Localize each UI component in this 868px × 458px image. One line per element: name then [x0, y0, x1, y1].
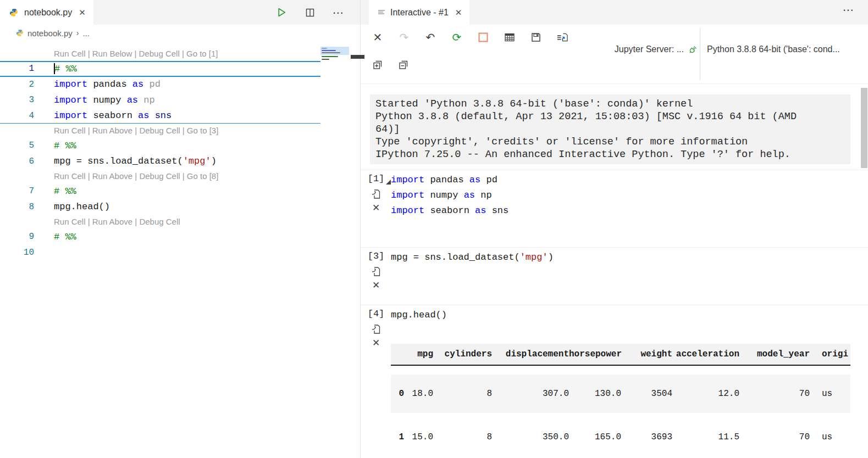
- interactive-cell: [1]✕import pandas as pdimport numpy as n…: [361, 170, 868, 242]
- line-number: 2: [0, 80, 34, 90]
- codelens-actions[interactable]: Run Cell | Run Above | Debug Cell: [0, 215, 320, 229]
- goto-code-icon[interactable]: [370, 188, 382, 200]
- interactive-cell: [3]✕mpg = sns.load_dataset('mpg'): [361, 248, 868, 299]
- execution-count: [4]: [368, 309, 385, 319]
- line-number: 9: [0, 232, 34, 242]
- cell-gutter: [4]✕: [362, 309, 390, 348]
- tab-label: notebook.py: [24, 8, 72, 18]
- interactive-window: Interactive - #1 ✕ ⋯ ✕↷↶⟳ Jupyter Server…: [361, 0, 868, 458]
- variable-explorer-icon[interactable]: [504, 31, 516, 43]
- interactive-window-icon: [377, 7, 386, 19]
- expand-cell-icon[interactable]: [386, 180, 391, 185]
- breadcrumb-file[interactable]: notebook.py: [27, 29, 73, 38]
- delete-cell-icon[interactable]: ✕: [372, 204, 380, 213]
- tab-interactive-1[interactable]: Interactive - #1 ✕: [369, 0, 469, 25]
- code-line[interactable]: 10: [0, 245, 320, 261]
- run-icon[interactable]: [275, 7, 288, 19]
- code-token: as: [127, 95, 138, 105]
- code-line[interactable]: 3import numpy as np: [0, 92, 320, 108]
- goto-code-icon[interactable]: [370, 323, 382, 335]
- code-line[interactable]: 6mpg = sns.load_dataset('mpg'): [0, 154, 320, 170]
- code-line[interactable]: 4import seaborn as sns: [0, 108, 320, 124]
- table-cell: 70: [739, 432, 810, 442]
- divider: [700, 28, 700, 80]
- table-cell: 307.0: [492, 389, 569, 399]
- split-editor-icon[interactable]: [304, 7, 316, 19]
- code-token: mpg.head(): [391, 310, 447, 320]
- line-number: 8: [0, 202, 34, 212]
- cell-code: mpg = sns.load_dataset('mpg'): [391, 250, 868, 265]
- line-number: 4: [0, 111, 34, 121]
- clear-icon[interactable]: ✕: [372, 31, 384, 43]
- table-header-cell: acceleration: [672, 349, 739, 359]
- close-icon[interactable]: ✕: [455, 8, 462, 18]
- delete-cell-icon[interactable]: ✕: [372, 339, 380, 348]
- table-cell: 1: [391, 432, 404, 442]
- more-actions-icon[interactable]: ⋯: [843, 7, 855, 13]
- codelens-actions[interactable]: Run Cell | Run Below | Debug Cell | Go t…: [0, 47, 320, 61]
- line-number: 5: [0, 141, 34, 150]
- python-icon: [15, 29, 24, 37]
- code-editor[interactable]: Run Cell | Run Below | Debug Cell | Go t…: [0, 47, 320, 260]
- codelens-actions[interactable]: Run Cell | Run Above | Debug Cell | Go t…: [0, 169, 320, 183]
- code-line[interactable]: 8mpg.head(): [0, 199, 320, 215]
- code-line[interactable]: 7# %%: [0, 183, 320, 199]
- code-token: 'mpg': [183, 156, 211, 166]
- table-cell: us: [810, 432, 848, 442]
- code-token: pd: [143, 79, 161, 90]
- scrollbar-thumb[interactable]: [861, 88, 867, 168]
- save-icon[interactable]: [530, 31, 542, 43]
- table-cell: us: [810, 389, 848, 399]
- expand-all-icon[interactable]: [372, 59, 384, 71]
- code-line: import seaborn as sns: [391, 203, 868, 219]
- table-cell: 70: [739, 389, 810, 399]
- code-token: mpg = sns.load_dataset(: [54, 156, 183, 166]
- goto-code-icon[interactable]: [370, 265, 382, 277]
- code-line[interactable]: 2import pandas as pd: [0, 77, 320, 93]
- code-line[interactable]: 5# %%: [0, 138, 320, 154]
- kernel-picker[interactable]: Python 3.8.8 64-bit ('base': cond...: [707, 44, 866, 54]
- toolbar-row-1: ✕↷↶⟳: [372, 31, 568, 43]
- code-token: ): [548, 252, 554, 262]
- code-token: import: [391, 205, 424, 216]
- code-token: mpg = sns.load_dataset(: [391, 252, 520, 262]
- breadcrumb[interactable]: notebook.py › ...: [0, 25, 360, 41]
- export-icon[interactable]: [556, 31, 568, 43]
- cell-list: [1]✕import pandas as pdimport numpy as n…: [361, 170, 868, 458]
- line-number: 10: [0, 248, 34, 258]
- tab-notebook-py[interactable]: notebook.py ✕: [0, 0, 93, 25]
- table-cell: 8: [433, 432, 492, 442]
- table-header-cell: mpg: [404, 349, 433, 359]
- code-line: mpg.head(): [391, 308, 868, 323]
- line-number: 6: [0, 157, 34, 166]
- restart-kernel-icon[interactable]: ⟳: [451, 31, 463, 43]
- execution-count: [3]: [368, 251, 385, 261]
- close-icon[interactable]: ✕: [79, 8, 86, 18]
- vscode-window: notebook.py ✕ ⋯ notebook.py › ... Run Ce…: [0, 0, 868, 458]
- code-line[interactable]: 9# %%: [0, 229, 320, 245]
- collapse-all-icon[interactable]: [397, 59, 410, 71]
- table-cell: 350.0: [492, 432, 569, 442]
- delete-cell-icon[interactable]: ✕: [372, 281, 380, 290]
- codelens-actions[interactable]: Run Cell | Run Above | Debug Cell | Go t…: [0, 124, 320, 138]
- code-token: 'mpg': [520, 252, 548, 262]
- redo-icon[interactable]: ↷: [398, 31, 410, 43]
- line-number: 7: [0, 186, 34, 196]
- code-token: pd: [480, 175, 497, 185]
- cell-code: mpg.head(): [391, 308, 868, 323]
- code-line[interactable]: 1# %%: [0, 61, 320, 77]
- interactive-cell: [4]✕mpg.head()mpgcylindersdisplacementho…: [361, 305, 868, 458]
- table-cell: 15.0: [404, 432, 433, 442]
- code-line: mpg = sns.load_dataset('mpg'): [391, 250, 868, 265]
- code-token: as: [469, 175, 480, 185]
- right-tabstrip: Interactive - #1 ✕ ⋯: [361, 0, 868, 25]
- more-actions-icon[interactable]: ⋯: [333, 10, 345, 15]
- undo-icon[interactable]: ↶: [424, 31, 436, 43]
- python-icon: [8, 7, 20, 19]
- minimap[interactable]: [320, 47, 351, 85]
- plug-icon: [688, 44, 698, 54]
- jupyter-server-status[interactable]: Jupyter Server: ...: [590, 44, 698, 54]
- scrollbar-thumb[interactable]: [351, 55, 364, 59]
- interrupt-kernel-icon[interactable]: [477, 31, 489, 43]
- breadcrumb-symbol[interactable]: ...: [82, 29, 90, 38]
